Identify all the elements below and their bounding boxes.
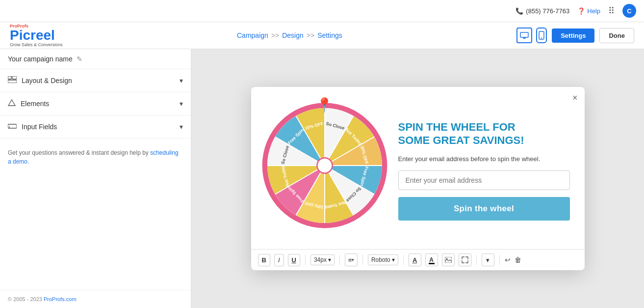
align-left-icon: ≡ xyxy=(348,256,352,264)
settings-button[interactable]: Settings xyxy=(552,28,594,43)
more-chevron-icon: ▾ xyxy=(486,256,489,264)
popup-body: 📍 xyxy=(251,87,585,249)
email-input[interactable] xyxy=(398,170,570,190)
svg-rect-38 xyxy=(445,257,452,263)
header-right: Settings Done xyxy=(516,28,634,43)
device-icons xyxy=(516,28,547,43)
desktop-icon[interactable] xyxy=(516,28,532,43)
campaign-name-text: Your campaign name xyxy=(8,55,73,63)
popup-subtitle: Enter your email address before to spin … xyxy=(398,154,570,164)
layout-icon xyxy=(8,76,17,85)
resize-button[interactable] xyxy=(459,253,471,266)
done-button[interactable]: Done xyxy=(599,28,634,43)
elements-section-header[interactable]: Elements ▾ xyxy=(0,92,191,115)
popup-right-content: SPIN THE WHEEL FOR SOME GREAT SAVINGS! E… xyxy=(398,120,570,221)
sidebar: Your campaign name ✎ Layout & Design ▾ xyxy=(0,49,191,308)
toolbar-sep-3 xyxy=(362,255,363,265)
help-link[interactable]: ❓ Help xyxy=(577,7,600,15)
align-chevron-icon: ▾ xyxy=(352,257,354,262)
sidebar-help: Get your questions answered & instant de… xyxy=(0,139,191,176)
mobile-icon[interactable] xyxy=(536,28,547,43)
edit-icon[interactable]: ✎ xyxy=(77,55,82,63)
canvas-area: × 📍 xyxy=(191,49,644,308)
wheel-pin-icon: 📍 xyxy=(316,97,333,113)
svg-point-4 xyxy=(541,38,542,39)
elements-icon xyxy=(8,99,16,108)
text-toolbar: B I U 34px ▾ ≡ ▾ Roboto ▾ xyxy=(251,249,585,270)
font-size-select[interactable]: 34px ▾ xyxy=(310,254,335,265)
apps-icon[interactable]: ⠿ xyxy=(608,5,615,16)
toolbar-sep-5 xyxy=(476,255,477,265)
delete-button[interactable]: 🗑 xyxy=(515,256,521,264)
nav-design[interactable]: Design xyxy=(282,31,304,39)
font-size-chevron-icon: ▾ xyxy=(328,256,331,263)
bold-button[interactable]: B xyxy=(258,254,270,266)
avatar[interactable]: C xyxy=(622,4,636,18)
nav-campaign[interactable]: Campaign xyxy=(237,31,268,39)
main-header: ProProfs Picreel Grow Sales & Conversion… xyxy=(0,22,644,49)
campaign-name-bar: Your campaign name ✎ xyxy=(0,49,191,69)
input-fields-section-label: Input Fields xyxy=(22,123,57,131)
layout-chevron-icon: ▾ xyxy=(180,77,183,84)
font-family-select[interactable]: Roboto ▾ xyxy=(368,254,398,265)
nav-tabs: Campaign >> Design >> Settings xyxy=(237,31,342,39)
content-area: Your campaign name ✎ Layout & Design ▾ xyxy=(0,49,644,308)
toolbar-sep-1 xyxy=(305,255,306,265)
color-underline xyxy=(429,263,435,264)
toolbar-sep-4 xyxy=(403,255,404,265)
sidebar-section-layout: Layout & Design ▾ xyxy=(0,69,191,92)
svg-rect-5 xyxy=(8,76,11,79)
sidebar-footer: © 2005 - 2023 ProProfs.com xyxy=(0,290,191,308)
input-fields-icon xyxy=(8,122,17,131)
text-color-button[interactable]: A xyxy=(409,253,421,266)
phone-number[interactable]: 📞 (855) 776-7763 xyxy=(515,7,569,15)
italic-button[interactable]: I xyxy=(274,254,284,266)
layout-section-label: Layout & Design xyxy=(22,77,72,84)
elements-chevron-icon: ▾ xyxy=(180,100,183,108)
undo-button[interactable]: ↩ xyxy=(505,256,511,264)
sidebar-section-input-fields: Input Fields ▾ xyxy=(0,115,191,139)
wheel-container: 📍 xyxy=(261,102,388,239)
more-options-button[interactable]: ▾ xyxy=(482,253,494,266)
help-icon: ❓ xyxy=(577,7,585,15)
underline-button[interactable]: U xyxy=(288,254,300,266)
highlight-color-button[interactable]: A xyxy=(425,253,438,266)
sidebar-section-elements: Elements ▾ xyxy=(0,92,191,115)
input-fields-section-header[interactable]: Input Fields ▾ xyxy=(0,115,191,138)
image-insert-button[interactable] xyxy=(442,253,455,266)
input-fields-chevron-icon: ▾ xyxy=(180,123,183,131)
svg-rect-6 xyxy=(12,76,17,79)
toolbar-sep-6 xyxy=(499,255,500,265)
phone-icon: 📞 xyxy=(515,7,523,15)
layout-section-header[interactable]: Layout & Design ▾ xyxy=(0,69,191,92)
topbar: 📞 (855) 776-7763 ❓ Help ⠿ C xyxy=(0,0,644,22)
spin-wheel[interactable]: So Close Not Today 30% OFF Free Spin So … xyxy=(261,102,388,229)
spin-wheel-button[interactable]: Spin the wheel xyxy=(398,197,570,221)
align-icon[interactable]: ≡ ▾ xyxy=(345,253,358,266)
svg-marker-8 xyxy=(8,100,15,106)
font-family-chevron-icon: ▾ xyxy=(392,256,395,263)
popup-modal: × 📍 xyxy=(251,87,585,270)
logo: ProProfs Picreel Grow Sales & Conversion… xyxy=(10,24,63,47)
elements-section-label: Elements xyxy=(21,100,49,108)
nav-settings[interactable]: Settings xyxy=(317,31,342,39)
toolbar-sep-2 xyxy=(339,255,340,265)
svg-rect-7 xyxy=(8,80,17,83)
popup-title: SPIN THE WHEEL FOR SOME GREAT SAVINGS! xyxy=(398,120,570,147)
svg-rect-0 xyxy=(520,32,528,37)
popup-close-button[interactable]: × xyxy=(572,93,578,103)
proprofs-footer-link[interactable]: ProProfs.com xyxy=(44,296,77,302)
svg-point-37 xyxy=(317,158,332,173)
